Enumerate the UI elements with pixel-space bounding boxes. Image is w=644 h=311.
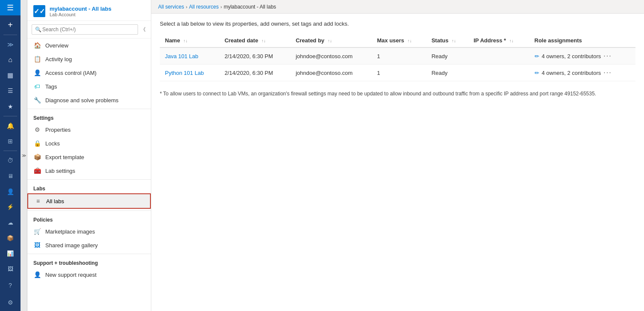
help-feedback-icon[interactable]: ? [0, 277, 21, 294]
data-icon[interactable]: 📊 [0, 246, 21, 261]
activity-log-label: Activity log [45, 56, 72, 62]
col-role-assignments[interactable]: Role assignments [529, 34, 635, 47]
labs-table: Name ↑↓ Created date ↑↓ Created by ↑↓ Ma… [160, 34, 635, 81]
sidebar-item-tags[interactable]: 🏷 Tags [27, 80, 151, 93]
support-icon: 👤 [33, 271, 41, 278]
shared-image-gallery-label: Shared image gallery [45, 242, 98, 249]
more-options-icon-0[interactable]: ··· [603, 52, 612, 60]
properties-label: Properties [45, 127, 71, 133]
lab-account-icon: ✓✓ [33, 5, 45, 17]
cell-status-1: Ready [426, 65, 469, 81]
storage-icon[interactable]: 📦 [0, 230, 21, 246]
lab-link-1[interactable]: Python 101 Lab [165, 70, 204, 76]
cell-ip-1 [468, 65, 529, 81]
sidebar-item-marketplace-images[interactable]: 🛒 Marketplace images [27, 225, 151, 238]
sort-date-icon: ↑↓ [262, 39, 266, 43]
sort-max-icon: ↑↓ [407, 39, 412, 43]
table-body: Java 101 Lab 2/14/2020, 6:30 PM johndoe@… [160, 47, 635, 81]
sidebar-item-new-support-request[interactable]: 👤 New support request [27, 268, 151, 281]
sidebar-collapse-right-icon[interactable]: 《 [140, 25, 147, 34]
sidebar-item-lab-settings[interactable]: 🧰 Lab settings [27, 164, 151, 178]
sidebar-title-group: mylabaccount - All labs Lab Account [50, 6, 112, 17]
sidebar-search-input[interactable] [32, 24, 138, 35]
lab-link-0[interactable]: Java 101 Lab [165, 53, 198, 59]
access-control-label: Access control (IAM) [45, 70, 97, 76]
cell-max-0: 1 [372, 47, 426, 65]
create-resource-button[interactable]: + [0, 17, 21, 33]
sidebar-resource-subtitle: Lab Account [50, 12, 112, 17]
portal-menu-button[interactable]: ☰ [0, 0, 21, 15]
diagnose-label: Diagnose and solve problems [45, 97, 118, 104]
settings-icon[interactable]: ⚙ [0, 294, 21, 311]
divider2 [3, 116, 17, 116]
nav-expand-btn[interactable]: ≫ [0, 36, 21, 52]
edit-role-icon-1[interactable]: ✏ [535, 70, 539, 76]
user-icon[interactable]: 👤 [0, 184, 21, 199]
cell-ip-0 [468, 47, 529, 65]
table-row: Python 101 Lab 2/14/2020, 6:30 PM johndo… [160, 65, 635, 81]
properties-icon: ⚙ [33, 126, 41, 133]
sort-name-icon: ↑↓ [183, 39, 188, 43]
allservices-nav-icon[interactable]: ☰ [0, 83, 21, 98]
cell-status-0: Ready [426, 47, 469, 65]
edit-role-icon-0[interactable]: ✏ [535, 53, 539, 59]
col-name[interactable]: Name ↑↓ [160, 34, 219, 47]
role-text-1: 4 owners, 2 contributors [542, 70, 601, 76]
sidebar-item-overview[interactable]: 🏠 Overview [27, 39, 151, 52]
images-icon[interactable]: 🖼 [0, 261, 21, 277]
cell-by-0: johndoe@contoso.com [291, 47, 372, 65]
cell-name-0: Java 101 Lab [160, 47, 219, 65]
divider3 [3, 151, 17, 151]
col-ip-address[interactable]: IP Address * ↑↓ [468, 34, 529, 47]
sidebar-item-shared-image-gallery[interactable]: 🖼 Shared image gallery [27, 238, 151, 252]
sidebar-item-all-labs[interactable]: ≡ All labs [27, 193, 151, 209]
export-template-icon: 📦 [33, 153, 41, 161]
col-max-users[interactable]: Max users ↑↓ [372, 34, 426, 47]
all-labs-icon: ≡ [34, 197, 42, 205]
sort-status-icon: ↑↓ [452, 39, 456, 43]
breadcrumb-all-resources[interactable]: All resources [189, 4, 218, 10]
col-created-date[interactable]: Created date ↑↓ [219, 34, 291, 47]
cell-date-0: 2/14/2020, 6:30 PM [219, 47, 291, 65]
sidebar-item-locks[interactable]: 🔒 Locks [27, 136, 151, 150]
breadcrumb-sep-2: › [221, 4, 222, 9]
table-row: Java 101 Lab 2/14/2020, 6:30 PM johndoe@… [160, 47, 635, 65]
activity-log-icon: 📋 [33, 55, 41, 63]
home-nav-icon[interactable]: ⌂ [0, 52, 21, 68]
breadcrumb-current: mylabaccount - All labs [223, 4, 276, 10]
locks-icon: 🔒 [33, 139, 41, 147]
support-label: New support request [45, 272, 97, 278]
sidebar-item-activity-log[interactable]: 📋 Activity log [27, 52, 151, 66]
dashboard-nav-icon[interactable]: ▦ [0, 68, 21, 83]
breadcrumb: All services › All resources › mylabacco… [151, 0, 644, 14]
locks-label: Locks [45, 140, 60, 147]
recent-icon[interactable]: ⏱ [0, 153, 21, 168]
sidebar-item-properties[interactable]: ⚙ Properties [27, 123, 151, 136]
icon-bar: ☰ + ≫ ⌂ ▦ ☰ ★ 🔔 ⊞ ⏱ 🖥 👤 ⚡ ☁ 📦 📊 [0, 0, 21, 311]
sidebar-item-diagnose[interactable]: 🔧 Diagnose and solve problems [27, 93, 151, 107]
access-control-icon: 👤 [33, 69, 41, 77]
sidebar: ✓✓ mylabaccount - All labs Lab Account 🔍… [27, 0, 151, 311]
devops-icon[interactable]: ⚡ [0, 199, 21, 215]
marketplace-images-icon: 🛒 [33, 228, 41, 235]
support-section-label: Support + troubleshooting [27, 254, 151, 268]
all-labs-label: All labs [46, 198, 64, 204]
cloud-shell-icon[interactable]: ⊞ [0, 133, 21, 149]
more-options-icon-1[interactable]: ··· [603, 69, 612, 77]
upload-icon[interactable]: ☁ [0, 215, 21, 230]
lab-settings-icon: 🧰 [33, 167, 41, 175]
cell-date-1: 2/14/2020, 6:30 PM [219, 65, 291, 81]
monitor-icon[interactable]: 🖥 [0, 168, 21, 184]
notifications-icon[interactable]: 🔔 [0, 118, 21, 133]
breadcrumb-all-services[interactable]: All services [158, 4, 184, 10]
col-created-by[interactable]: Created by ↑↓ [291, 34, 372, 47]
cell-role-1: ✏ 4 owners, 2 contributors ··· [529, 65, 635, 81]
favorites-nav-icon[interactable]: ★ [0, 98, 21, 114]
cell-role-0: ✏ 4 owners, 2 contributors ··· [529, 47, 635, 65]
sidebar-collapse-button[interactable]: ≫ [21, 0, 27, 311]
col-status[interactable]: Status ↑↓ [426, 34, 469, 47]
divider [3, 35, 17, 35]
sidebar-item-export-template[interactable]: 📦 Export template [27, 150, 151, 164]
sidebar-resource-title: mylabaccount - All labs [50, 6, 112, 12]
sidebar-item-access-control[interactable]: 👤 Access control (IAM) [27, 66, 151, 80]
